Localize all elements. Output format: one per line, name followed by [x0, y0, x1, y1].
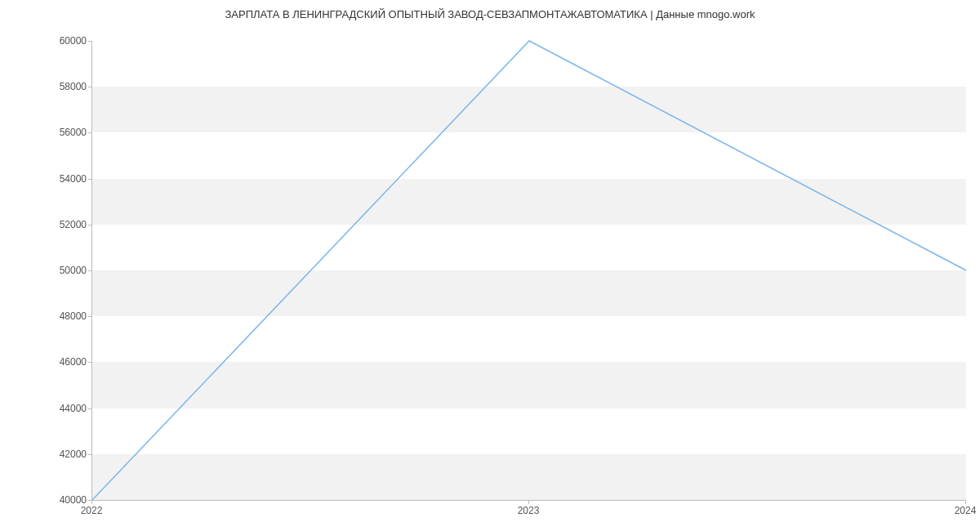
y-tick-mark	[88, 408, 92, 409]
y-tick-label: 50000	[38, 265, 87, 276]
x-tick-mark	[91, 500, 92, 504]
chart-container: ЗАРПЛАТА В ЛЕНИНГРАДСКИЙ ОПЫТНЫЙ ЗАВОД-С…	[0, 0, 980, 531]
plot-area	[91, 41, 966, 501]
y-tick-mark	[88, 454, 92, 455]
y-tick-mark	[88, 179, 92, 180]
x-tick-label: 2022	[81, 505, 103, 516]
x-tick-mark	[965, 500, 966, 504]
line-series	[92, 41, 966, 500]
y-tick-label: 60000	[38, 35, 87, 47]
y-tick-label: 58000	[38, 81, 87, 92]
y-tick-mark	[88, 87, 92, 87]
y-tick-label: 46000	[38, 356, 87, 368]
y-tick-mark	[88, 270, 92, 271]
y-tick-label: 54000	[38, 173, 87, 185]
y-tick-label: 42000	[38, 448, 87, 460]
y-tick-mark	[88, 132, 92, 133]
y-tick-mark	[88, 316, 92, 317]
y-tick-label: 40000	[38, 494, 87, 506]
x-tick-label: 2023	[518, 505, 540, 516]
x-tick-mark	[528, 500, 529, 504]
chart-title: ЗАРПЛАТА В ЛЕНИНГРАДСКИЙ ОПЫТНЫЙ ЗАВОД-С…	[0, 8, 980, 20]
y-tick-label: 44000	[38, 403, 87, 414]
y-tick-label: 52000	[38, 219, 87, 230]
y-tick-mark	[88, 41, 92, 42]
y-tick-label: 48000	[38, 310, 87, 322]
y-tick-mark	[88, 362, 92, 363]
x-tick-label: 2024	[955, 505, 977, 516]
y-tick-mark	[88, 225, 92, 225]
y-tick-label: 56000	[38, 127, 87, 138]
